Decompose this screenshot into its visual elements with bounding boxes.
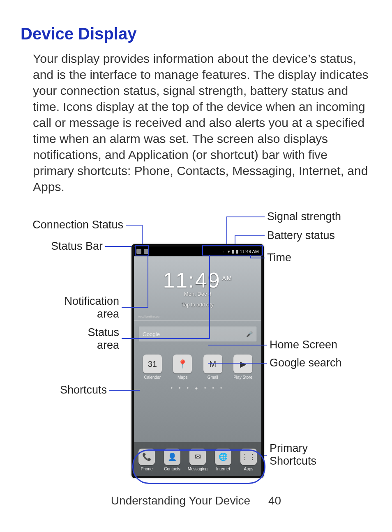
- clock-widget: 11:49AM Mon, Dec 3 Tap to add city: [134, 256, 261, 312]
- status-bar: ⋮ ▾ ▮ ▮ 11:49 AM: [134, 246, 261, 256]
- callout-battery-status: Battery status: [267, 229, 335, 242]
- mic-icon: 🎤: [246, 331, 253, 337]
- calendar-icon: 31: [143, 355, 162, 373]
- callout-home-screen: Home Screen: [270, 339, 337, 351]
- section-heading: Device Display: [21, 25, 371, 43]
- apps-icon: ⋮⋮: [240, 449, 257, 465]
- wifi-icon: ▾: [228, 249, 230, 254]
- page-indicator: • • • ● • • •: [134, 385, 261, 391]
- phone-mockup: ⋮ ▾ ▮ ▮ 11:49 AM 11:49AM Mon, Dec 3 Tap …: [131, 244, 264, 478]
- app-calendar[interactable]: 31Calendar: [140, 355, 165, 380]
- dock-apps[interactable]: ⋮⋮Apps: [237, 449, 260, 471]
- callout-shortcuts: Shortcuts: [21, 384, 107, 396]
- device-diagram: Connection Status Status Bar Notificatio…: [21, 207, 371, 486]
- search-placeholder: Google: [143, 331, 160, 337]
- app-gmail[interactable]: MGmail: [200, 355, 226, 380]
- primary-shortcut-dock: 📞Phone 👤Contacts ✉Messaging 🌐Internet ⋮⋮…: [134, 442, 261, 476]
- gmail-icon: M: [203, 355, 222, 373]
- internet-icon: 🌐: [215, 449, 231, 465]
- dock-phone[interactable]: 📞Phone: [135, 449, 158, 471]
- footer-page-number: 40: [268, 494, 281, 507]
- dock-contacts[interactable]: 👤Contacts: [161, 449, 184, 471]
- playstore-icon: ▶: [233, 355, 252, 373]
- google-search-bar[interactable]: Google 🎤: [139, 327, 256, 341]
- sync-icon: [136, 249, 141, 254]
- callout-time: Time: [267, 251, 291, 264]
- status-time: 11:49 AM: [240, 249, 259, 254]
- callout-status-area: Status area: [21, 326, 119, 352]
- battery-icon: ▮: [236, 249, 238, 254]
- callout-connection-status: Connection Status: [21, 219, 123, 231]
- callout-signal-strength: Signal strength: [267, 210, 341, 223]
- dock-internet[interactable]: 🌐Internet: [212, 449, 235, 471]
- mail-icon: [144, 249, 149, 254]
- shortcut-row: 31Calendar 📍Maps MGmail ▶Play Store: [137, 355, 258, 380]
- callout-notification-area: Notification area: [21, 295, 119, 320]
- contacts-icon: 👤: [164, 449, 180, 465]
- footer-section: Understanding Your Device: [111, 494, 250, 507]
- messaging-icon: ✉: [189, 449, 206, 465]
- bluetooth-icon: ⋮: [221, 249, 226, 254]
- page-footer: Understanding Your Device 40: [0, 494, 392, 507]
- maps-icon: 📍: [173, 355, 192, 373]
- callout-primary-shortcuts: Primary Shortcuts: [270, 442, 316, 468]
- phone-icon: 📞: [138, 449, 155, 465]
- intro-paragraph: Your display provides information about …: [33, 51, 371, 195]
- dock-messaging[interactable]: ✉Messaging: [186, 449, 209, 471]
- app-maps[interactable]: 📍Maps: [170, 355, 195, 380]
- callout-status-bar: Status Bar: [21, 240, 103, 253]
- callout-google-search: Google search: [270, 357, 342, 369]
- app-playstore[interactable]: ▶Play Store: [230, 355, 256, 380]
- signal-icon: ▮: [232, 249, 234, 254]
- accuweather-label: AccuWeather.com: [138, 315, 261, 318]
